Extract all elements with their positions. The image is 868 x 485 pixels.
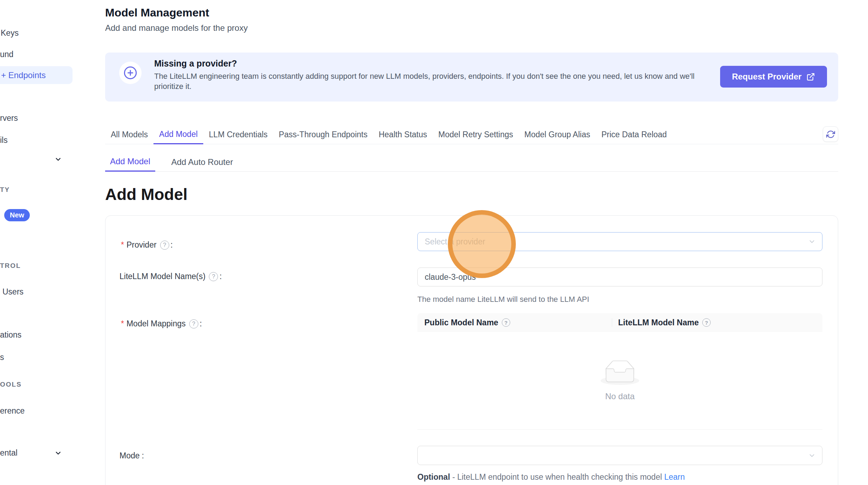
column-label: LiteLLM Model Name bbox=[618, 318, 699, 327]
sidebar-section-label: TY bbox=[0, 186, 10, 194]
colon: : bbox=[219, 272, 221, 281]
banner-title: Missing a provider? bbox=[154, 58, 237, 69]
mode-help: Optional - LiteLLM endpoint to use when … bbox=[417, 472, 685, 482]
mode-select[interactable] bbox=[417, 446, 822, 465]
subtab-add-model[interactable]: Add Model bbox=[105, 153, 155, 172]
column-litellm-model-name: LiteLLM Model Name ? bbox=[618, 318, 712, 327]
colon: : bbox=[200, 319, 202, 328]
help-icon[interactable]: ? bbox=[160, 241, 169, 250]
plus-circle-icon bbox=[119, 62, 142, 84]
request-provider-button[interactable]: Request Provider bbox=[720, 66, 827, 88]
refresh-button[interactable] bbox=[823, 126, 838, 142]
request-provider-label: Request Provider bbox=[732, 72, 802, 82]
page-subtitle: Add and manage models for the proxy bbox=[105, 23, 248, 33]
tab-pass-through-endpoints[interactable]: Pass-Through Endpoints bbox=[273, 125, 373, 144]
sidebar: Keys und + Endpoints rvers ils TY New TR… bbox=[0, 0, 75, 485]
add-model-form-card: * Provider ? : LiteLLM Model Name(s) ? :… bbox=[105, 215, 838, 485]
sidebar-item-playground[interactable]: und bbox=[0, 50, 13, 59]
sidebar-section-label: TROL bbox=[0, 262, 21, 270]
table-header: Public Model Name ? LiteLLM Model Name ? bbox=[417, 313, 822, 332]
model-mappings-label-text: Model Mappings bbox=[127, 319, 186, 328]
sidebar-item-label: + Endpoints bbox=[0, 70, 46, 80]
sidebar-item-servers[interactable]: rvers bbox=[0, 113, 18, 123]
sidebar-item-models-endpoints[interactable]: + Endpoints bbox=[0, 66, 73, 84]
sidebar-item-experimental[interactable]: ental bbox=[0, 448, 18, 458]
learn-more-link[interactable]: Learn bbox=[664, 472, 685, 481]
help-icon[interactable]: ? bbox=[209, 272, 218, 281]
no-data-text: No data bbox=[605, 392, 635, 401]
optional-label: Optional bbox=[417, 472, 450, 481]
optional-text: - LiteLLM endpoint to use when health ch… bbox=[450, 472, 664, 481]
chevron-down-icon bbox=[54, 449, 62, 457]
litellm-model-name-label: LiteLLM Model Name(s) ? : bbox=[119, 272, 222, 281]
sidebar-section-label: OOLS bbox=[0, 381, 22, 388]
tab-all-models[interactable]: All Models bbox=[105, 125, 153, 144]
provider-select[interactable] bbox=[417, 232, 822, 251]
tab-price-data-reload[interactable]: Price Data Reload bbox=[596, 125, 672, 144]
refresh-icon bbox=[826, 130, 835, 139]
help-icon[interactable]: ? bbox=[189, 319, 198, 328]
empty-state: No data bbox=[417, 332, 822, 430]
tab-llm-credentials[interactable]: LLM Credentials bbox=[203, 125, 273, 144]
missing-provider-banner: Missing a provider? The LiteLLM engineer… bbox=[105, 53, 838, 102]
add-model-subtabs: Add Model Add Auto Router bbox=[105, 153, 838, 172]
subtab-add-auto-router[interactable]: Add Auto Router bbox=[166, 153, 238, 172]
litellm-model-name-help: The model name LiteLLM will send to the … bbox=[417, 295, 589, 304]
litellm-model-name-label-text: LiteLLM Model Name(s) bbox=[119, 272, 205, 281]
mode-label-text: Mode bbox=[119, 451, 140, 460]
column-label: Public Model Name bbox=[424, 318, 498, 327]
page-title: Model Management bbox=[105, 6, 209, 19]
banner-body: The LiteLLM engineering team is constant… bbox=[154, 71, 715, 91]
sidebar-item-teams[interactable]: s bbox=[0, 353, 4, 362]
tab-add-model[interactable]: Add Model bbox=[153, 125, 203, 144]
model-mappings-label: * Model Mappings ? : bbox=[121, 319, 202, 328]
model-mappings-table: Public Model Name ? LiteLLM Model Name ? bbox=[417, 313, 822, 430]
mode-label: Mode : bbox=[119, 451, 144, 460]
model-tabs: All Models Add Model LLM Credentials Pas… bbox=[105, 125, 838, 144]
tab-model-group-alias[interactable]: Model Group Alias bbox=[519, 125, 596, 144]
external-link-icon bbox=[806, 72, 815, 81]
provider-label-text: Provider bbox=[127, 240, 157, 250]
colon: : bbox=[171, 240, 173, 250]
new-badge[interactable]: New bbox=[4, 209, 30, 221]
column-public-model-name: Public Model Name ? bbox=[424, 318, 512, 327]
help-icon[interactable]: ? bbox=[502, 318, 510, 327]
column-divider bbox=[612, 318, 612, 327]
sidebar-item-inference[interactable]: erence bbox=[0, 406, 25, 416]
litellm-model-name-input[interactable] bbox=[417, 268, 822, 286]
required-marker: * bbox=[121, 319, 124, 328]
tab-model-retry-settings[interactable]: Model Retry Settings bbox=[433, 125, 519, 144]
sidebar-item-guardrails[interactable]: ils bbox=[0, 136, 8, 145]
help-icon[interactable]: ? bbox=[702, 318, 711, 327]
sidebar-item-users[interactable]: Users bbox=[2, 287, 23, 297]
add-model-heading: Add Model bbox=[105, 185, 187, 204]
sidebar-item-organizations[interactable]: ations bbox=[0, 330, 21, 340]
provider-label: * Provider ? : bbox=[121, 240, 173, 250]
empty-inbox-icon bbox=[601, 360, 639, 387]
tab-health-status[interactable]: Health Status bbox=[373, 125, 433, 144]
colon: : bbox=[142, 451, 144, 460]
sidebar-item-keys[interactable]: Keys bbox=[1, 28, 19, 38]
chevron-down-icon[interactable] bbox=[54, 155, 62, 163]
required-marker: * bbox=[121, 240, 124, 250]
